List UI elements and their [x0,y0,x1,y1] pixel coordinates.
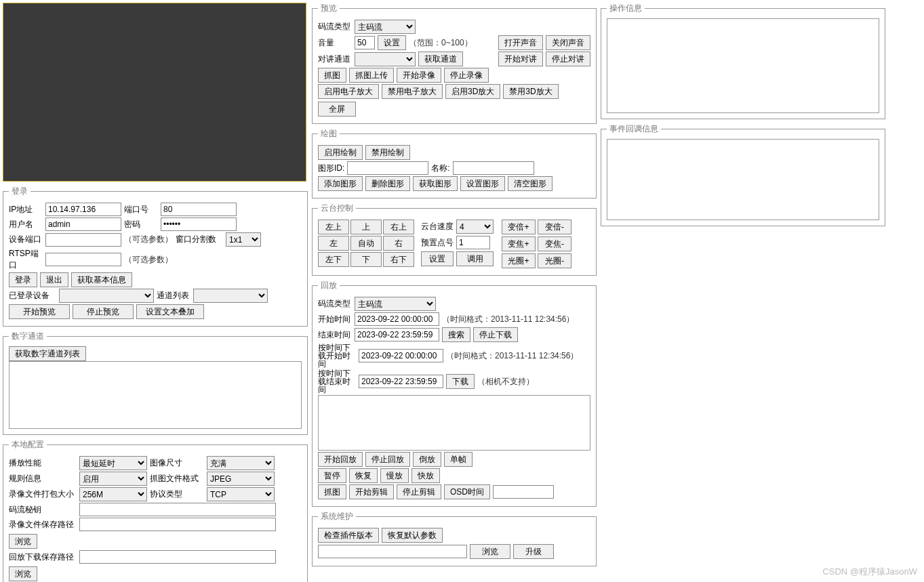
fullscreen-button[interactable]: 全屏 [318,102,356,117]
draw-id-input[interactable] [347,161,428,175]
maint-check-button[interactable]: 检查插件版本 [318,528,379,543]
port-input[interactable] [161,203,237,216]
draw-add-button[interactable]: 添加图形 [318,176,363,191]
pb-dlend-input[interactable] [359,375,443,388]
video-panel[interactable] [3,3,306,182]
pb-frame-button[interactable]: 单帧 [444,452,473,467]
ptz-set-button[interactable]: 设置 [421,251,454,266]
pb-dlstart-input[interactable] [359,349,443,362]
vol-set-button[interactable]: 设置 [378,35,406,50]
start-rec-button[interactable]: 开始录像 [397,68,441,83]
perf-select[interactable]: 最短延时 [79,456,147,470]
draw-get-button[interactable]: 获取图形 [413,176,458,191]
stop-rec-button[interactable]: 停止录像 [444,68,489,83]
size-select[interactable]: 充满 [207,456,275,470]
draw-del-button[interactable]: 删除图形 [365,176,410,191]
ptz-lu[interactable]: 左上 [318,220,349,234]
pb-clip-stop-button[interactable]: 停止剪辑 [397,484,441,499]
logout-button[interactable]: 退出 [40,272,68,287]
ptz-preset-input[interactable] [456,236,490,249]
pb-play-button[interactable]: 开始回放 [318,452,363,467]
path1-input[interactable] [79,518,276,531]
stop-preview-button[interactable]: 停止预览 [73,304,134,319]
pb-dl-button[interactable]: 下载 [446,374,475,389]
pack-select[interactable]: 256M [79,487,147,501]
pb-search-button[interactable]: 搜索 [442,327,470,342]
open-sound-button[interactable]: 打开声音 [498,35,543,50]
ptz-r[interactable]: 右 [383,236,414,251]
iris-in-button[interactable]: 光圈+ [502,253,536,268]
snap-button[interactable]: 抓图 [318,68,346,83]
maint-upgrade-button[interactable]: 升级 [513,544,554,559]
pb-stop-button[interactable]: 停止回放 [365,452,410,467]
pb-osd-button[interactable]: OSD时间 [444,484,490,499]
path1-browse[interactable]: 浏览 [9,534,37,549]
pb-osd-input[interactable] [493,485,554,499]
talk-select[interactable] [355,52,416,66]
rtsp-input[interactable] [45,253,121,266]
ip-input[interactable] [45,203,121,216]
vol-input[interactable] [355,36,375,49]
focus-out-button[interactable]: 变焦- [538,236,571,251]
pb-resume-button[interactable]: 恢复 [349,468,378,483]
proto-select[interactable]: TCP [207,487,275,501]
get-digital-chan-button[interactable]: 获取数字通道列表 [9,346,86,361]
ezoom-on-button[interactable]: 启用电子放大 [318,84,379,99]
ptz-l[interactable]: 左 [318,236,349,251]
maint-restore-button[interactable]: 恢复默认参数 [382,528,443,543]
iris-out-button[interactable]: 光圈- [538,253,571,268]
ptz-auto[interactable]: 自动 [350,236,382,251]
draw-enable-button[interactable]: 启用绘制 [318,145,363,160]
maint-browse-button[interactable]: 浏览 [470,544,510,559]
pwd-input[interactable] [161,217,237,231]
ptz-rd[interactable]: 右下 [383,252,414,267]
zoom3d-on-button[interactable]: 启用3D放大 [445,84,500,99]
evinfo-box[interactable] [607,139,879,220]
draw-disable-button[interactable]: 禁用绘制 [365,145,410,160]
pb-end-input[interactable] [355,328,439,341]
stream-select[interactable]: 主码流 [355,20,416,34]
pb-start-input[interactable] [355,312,439,326]
get-info-button[interactable]: 获取基本信息 [71,272,132,287]
path2-input[interactable] [79,550,276,564]
ptz-ld[interactable]: 左下 [318,252,349,267]
pb-stop-dl-button[interactable]: 停止下载 [473,327,518,342]
chan-select[interactable] [193,289,268,303]
ptz-call-button[interactable]: 调用 [456,251,494,266]
start-talk-button[interactable]: 开始对讲 [498,51,543,66]
ptz-ru[interactable]: 右上 [383,220,414,234]
draw-set-button[interactable]: 设置图形 [460,176,505,191]
logged-select[interactable] [59,289,154,303]
ptz-speed-select[interactable]: 4 [456,220,494,234]
opinfo-box[interactable] [607,18,879,113]
ezoom-off-button[interactable]: 禁用电子放大 [382,84,443,99]
pb-clip-start-button[interactable]: 开始剪辑 [349,484,394,499]
key-input[interactable] [79,503,276,516]
ptz-d[interactable]: 下 [350,252,382,267]
draw-name-input[interactable] [453,161,534,175]
start-preview-button[interactable]: 开始预览 [9,304,70,319]
zoom3d-off-button[interactable]: 禁用3D放大 [503,84,558,99]
pb-rev-button[interactable]: 倒放 [413,452,441,467]
pb-stream-select[interactable]: 主码流 [355,297,436,311]
pb-fast-button[interactable]: 快放 [411,468,440,483]
ptz-u[interactable]: 上 [350,220,382,234]
pb-snap-button[interactable]: 抓图 [318,484,346,499]
draw-clear-button[interactable]: 清空图形 [508,176,553,191]
zoom-in-button[interactable]: 变倍+ [502,220,536,234]
pb-pause-button[interactable]: 暂停 [318,468,346,483]
focus-in-button[interactable]: 变焦+ [502,236,536,251]
zoom-out-button[interactable]: 变倍- [538,220,571,234]
rule-select[interactable]: 启用 [79,472,147,486]
playback-list[interactable] [318,395,590,451]
stop-talk-button[interactable]: 停止对讲 [546,51,590,66]
snap-upload-button[interactable]: 抓图上传 [349,68,394,83]
get-talk-chan-button[interactable]: 获取通道 [418,51,463,66]
split-select[interactable]: 1x1 [226,232,261,247]
user-input[interactable] [45,217,121,231]
maint-path-input[interactable] [318,545,467,558]
snapfmt-select[interactable]: JPEG [207,472,275,486]
login-button[interactable]: 登录 [9,272,37,287]
devport-input[interactable] [45,233,121,247]
close-sound-button[interactable]: 关闭声音 [546,35,590,50]
